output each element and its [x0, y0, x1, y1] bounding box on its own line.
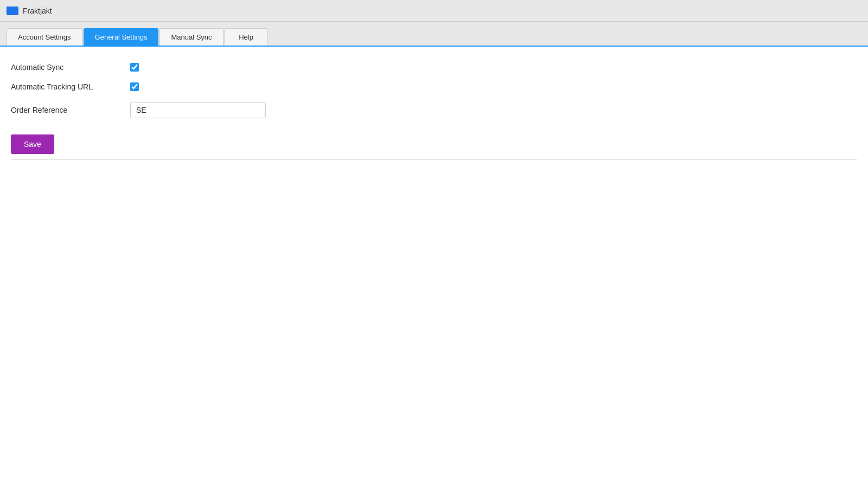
automatic-sync-row: Automatic Sync [11, 63, 857, 72]
tab-manual-sync[interactable]: Manual Sync [159, 28, 223, 46]
order-reference-label: Order Reference [11, 106, 130, 114]
topbar: Fraktjakt [0, 0, 868, 22]
save-button[interactable]: Save [11, 134, 54, 154]
content-panel: Automatic Sync Automatic Tracking URL Or… [0, 46, 868, 488]
app-logo-icon [7, 7, 18, 15]
automatic-tracking-url-checkbox[interactable] [130, 82, 139, 91]
automatic-sync-checkbox[interactable] [130, 63, 139, 72]
main-area: Account Settings General Settings Manual… [0, 22, 868, 488]
automatic-tracking-url-row: Automatic Tracking URL [11, 82, 857, 91]
order-reference-row: Order Reference [11, 102, 857, 118]
divider [11, 159, 857, 160]
order-reference-input[interactable] [130, 102, 266, 118]
tab-bar: Account Settings General Settings Manual… [0, 28, 868, 46]
tab-general-settings[interactable]: General Settings [84, 28, 159, 46]
tab-account-settings[interactable]: Account Settings [7, 28, 82, 46]
tab-help[interactable]: Help [225, 28, 268, 46]
app-title: Fraktjakt [23, 7, 52, 15]
automatic-tracking-url-label: Automatic Tracking URL [11, 82, 130, 91]
automatic-sync-label: Automatic Sync [11, 63, 130, 72]
